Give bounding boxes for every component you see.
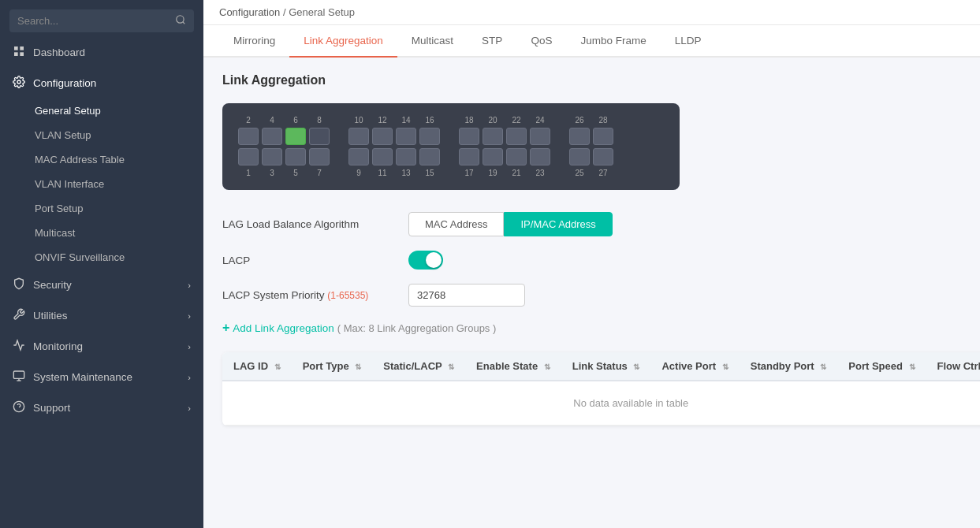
sidebar: Dashboard Configuration General Setup VL…: [0, 0, 203, 528]
sidebar-sub-item-port-setup[interactable]: Port Setup: [0, 196, 203, 221]
dashboard-icon: [13, 45, 25, 60]
port-28[interactable]: [593, 128, 613, 145]
lacp-priority-label: LACP System Priority (1-65535): [222, 289, 396, 301]
sort-icon-port-speed[interactable]: ⇅: [909, 363, 915, 371]
chevron-right-icon: ›: [188, 403, 191, 413]
tab-link-aggregation[interactable]: Link Aggregation: [289, 25, 397, 58]
sidebar-item-label: System Maintenance: [33, 371, 132, 383]
add-link-aggregation-button[interactable]: + Add Link Aggregation ( Max: 8 Link Agg…: [222, 321, 496, 335]
tab-stp[interactable]: STP: [468, 25, 516, 58]
sidebar-nav: Dashboard Configuration General Setup VL…: [0, 37, 203, 528]
search-bar[interactable]: [9, 9, 194, 32]
content-area: Link Aggregation 2 4 6 8: [203, 58, 980, 528]
port-27[interactable]: [593, 148, 613, 165]
port-17[interactable]: [459, 148, 479, 165]
sort-icon-link-status[interactable]: ⇅: [633, 363, 639, 371]
col-active-port: Active Port ⇅: [650, 352, 739, 381]
sidebar-sub-item-vlan-interface[interactable]: VLAN Interface: [0, 172, 203, 196]
port-23[interactable]: [530, 148, 550, 165]
port-25[interactable]: [569, 148, 590, 165]
sidebar-item-monitoring[interactable]: Monitoring ›: [0, 331, 203, 362]
lacp-priority-input[interactable]: [408, 284, 525, 307]
port-21[interactable]: [506, 148, 527, 165]
port-24[interactable]: [530, 128, 550, 145]
sidebar-item-label: Utilities: [33, 310, 68, 322]
port-9[interactable]: [348, 148, 369, 165]
svg-line-1: [183, 22, 185, 24]
sort-icon-static-lacp[interactable]: ⇅: [448, 363, 454, 371]
port-18[interactable]: [459, 128, 479, 145]
port-11[interactable]: [372, 148, 393, 165]
sidebar-item-support[interactable]: Support ›: [0, 392, 203, 423]
sidebar-item-label: Configuration: [33, 77, 96, 89]
port-20[interactable]: [483, 128, 503, 145]
search-input[interactable]: [17, 15, 175, 27]
configuration-icon: [13, 76, 25, 91]
tab-multicast[interactable]: Multicast: [397, 25, 468, 58]
port-8[interactable]: [309, 128, 330, 145]
sidebar-sub-item-general-setup[interactable]: General Setup: [0, 99, 203, 123]
sidebar-item-system-maintenance[interactable]: System Maintenance ›: [0, 362, 203, 392]
sidebar-item-label: Security: [33, 279, 72, 291]
sort-icon-lag-id[interactable]: ⇅: [274, 363, 281, 371]
port-10[interactable]: [348, 128, 369, 145]
port-22[interactable]: [506, 128, 527, 145]
port-19[interactable]: [483, 148, 503, 165]
algo-mac-address-button[interactable]: MAC Address: [408, 212, 504, 236]
port-3[interactable]: [262, 148, 282, 165]
breadcrumb: Configuration / General Setup: [203, 0, 980, 25]
sidebar-sub-item-mac-address-table[interactable]: MAC Address Table: [0, 147, 203, 172]
port-14[interactable]: [396, 128, 416, 145]
sort-icon-active-port[interactable]: ⇅: [722, 363, 728, 371]
port-7[interactable]: [309, 148, 330, 165]
sidebar-item-label: Dashboard: [33, 46, 85, 58]
breadcrumb-configuration[interactable]: Configuration: [219, 6, 280, 18]
sidebar-item-utilities[interactable]: Utilities ›: [0, 300, 203, 331]
port-5[interactable]: [285, 148, 306, 165]
lag-table: LAG ID ⇅ Port Type ⇅ Static/LACP ⇅ Enabl…: [222, 352, 980, 426]
port-top-row: [238, 128, 330, 145]
port-12[interactable]: [372, 128, 393, 145]
plus-icon: +: [222, 321, 229, 335]
chevron-right-icon: ›: [188, 281, 191, 290]
port-15[interactable]: [419, 148, 440, 165]
port-group-25-28: 26 28 25 27: [569, 116, 613, 177]
tabs-bar: Mirroring Link Aggregation Multicast STP…: [203, 25, 980, 58]
port-2[interactable]: [238, 128, 259, 145]
sidebar-item-dashboard[interactable]: Dashboard: [0, 37, 203, 68]
lacp-toggle[interactable]: [408, 251, 443, 270]
svg-rect-3: [20, 46, 24, 50]
no-data-row: No data available in table: [222, 381, 980, 426]
sidebar-item-configuration[interactable]: Configuration: [0, 68, 203, 99]
tab-lldp[interactable]: LLDP: [661, 25, 716, 58]
sort-icon-standby-port[interactable]: ⇅: [820, 363, 826, 371]
sort-icon-enable-state[interactable]: ⇅: [544, 363, 550, 371]
col-flow-ctrl-config: Flow Ctrl Config ⇅: [926, 352, 980, 381]
port-top-numbers: 2 4 6 8: [238, 116, 330, 125]
lag-load-balance-label: LAG Load Balance Algorithm: [222, 218, 396, 230]
lacp-priority-row: LACP System Priority (1-65535): [222, 284, 961, 307]
svg-rect-2: [14, 46, 18, 50]
sidebar-item-security[interactable]: Security ›: [0, 270, 203, 300]
svg-rect-5: [20, 52, 24, 56]
system-maintenance-icon: [13, 370, 25, 385]
sidebar-sub-item-multicast[interactable]: Multicast: [0, 221, 203, 245]
sidebar-sub-item-onvif-surveillance[interactable]: ONVIF Surveillance: [0, 245, 203, 270]
col-port-type: Port Type ⇅: [292, 352, 373, 381]
port-26[interactable]: [569, 128, 590, 145]
port-13[interactable]: [396, 148, 416, 165]
port-4[interactable]: [262, 128, 282, 145]
tab-mirroring[interactable]: Mirroring: [219, 25, 289, 58]
breadcrumb-general-setup: General Setup: [289, 6, 355, 18]
no-data-text: No data available in table: [222, 381, 980, 426]
tab-jumbo-frame[interactable]: Jumbo Frame: [566, 25, 660, 58]
sidebar-sub-item-vlan-setup[interactable]: VLAN Setup: [0, 123, 203, 147]
lag-load-balance-row: LAG Load Balance Algorithm MAC Address I…: [222, 212, 961, 236]
port-6[interactable]: [285, 128, 306, 145]
port-1[interactable]: [238, 148, 259, 165]
security-icon: [13, 277, 25, 292]
tab-qos[interactable]: QoS: [516, 25, 566, 58]
sort-icon-port-type[interactable]: ⇅: [355, 363, 361, 371]
algo-ip-mac-address-button[interactable]: IP/MAC Address: [504, 212, 612, 236]
port-16[interactable]: [419, 128, 440, 145]
